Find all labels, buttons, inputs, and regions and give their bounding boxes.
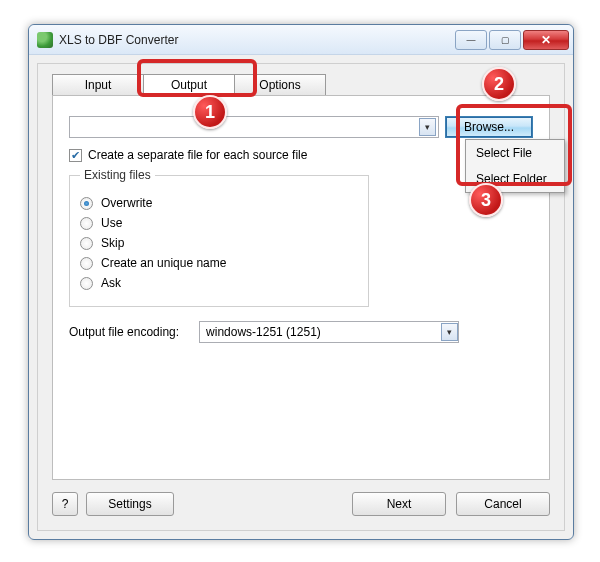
encoding-arrow-icon[interactable]: ▾ [441, 323, 458, 341]
output-path-combo[interactable]: ▾ [69, 116, 439, 138]
client-area: Input Output Options ▾ Browse... ✔ Creat… [37, 63, 565, 531]
radio-unique[interactable] [80, 257, 93, 270]
radio-skip-label: Skip [101, 236, 124, 250]
radio-use-label: Use [101, 216, 122, 230]
encoding-value: windows-1251 (1251) [206, 325, 321, 339]
tab-input[interactable]: Input [52, 74, 144, 96]
window-title: XLS to DBF Converter [59, 33, 178, 47]
radio-overwrite-label: Overwrite [101, 196, 152, 210]
close-icon: ✕ [541, 33, 551, 47]
tab-strip: Input Output Options [52, 74, 325, 96]
titlebar: XLS to DBF Converter — ▢ ✕ [29, 25, 573, 55]
help-button[interactable]: ? [52, 492, 78, 516]
tab-options[interactable]: Options [234, 74, 326, 96]
close-button[interactable]: ✕ [523, 30, 569, 50]
separate-file-label: Create a separate file for each source f… [88, 148, 307, 162]
existing-files-group: Existing files Overwrite Use Skip Create… [69, 168, 369, 307]
radio-skip[interactable] [80, 237, 93, 250]
radio-ask[interactable] [80, 277, 93, 290]
app-icon [37, 32, 53, 48]
minimize-button[interactable]: — [455, 30, 487, 50]
encoding-label: Output file encoding: [69, 325, 179, 339]
app-window: XLS to DBF Converter — ▢ ✕ Input Output … [28, 24, 574, 540]
settings-button[interactable]: Settings [86, 492, 174, 516]
maximize-icon: ▢ [501, 35, 510, 45]
separate-file-checkbox[interactable]: ✔ [69, 149, 82, 162]
radio-overwrite[interactable] [80, 197, 93, 210]
next-button[interactable]: Next [352, 492, 446, 516]
browse-button[interactable]: Browse... [445, 116, 533, 138]
minimize-icon: — [467, 35, 476, 45]
menu-select-folder[interactable]: Select Folder [466, 166, 564, 192]
menu-select-file[interactable]: Select File [466, 140, 564, 166]
combo-arrow-icon[interactable]: ▾ [419, 118, 436, 136]
existing-files-legend: Existing files [80, 168, 155, 182]
tab-output[interactable]: Output [143, 74, 235, 96]
bottom-button-bar: ? Settings Next Cancel [52, 492, 550, 516]
radio-unique-label: Create an unique name [101, 256, 226, 270]
browse-dropdown: Select File Select Folder [465, 139, 565, 193]
chevron-down-icon: ▾ [447, 327, 452, 337]
radio-use[interactable] [80, 217, 93, 230]
chevron-down-icon: ▾ [425, 122, 430, 132]
encoding-combo[interactable]: windows-1251 (1251) ▾ [199, 321, 459, 343]
maximize-button[interactable]: ▢ [489, 30, 521, 50]
cancel-button[interactable]: Cancel [456, 492, 550, 516]
radio-ask-label: Ask [101, 276, 121, 290]
